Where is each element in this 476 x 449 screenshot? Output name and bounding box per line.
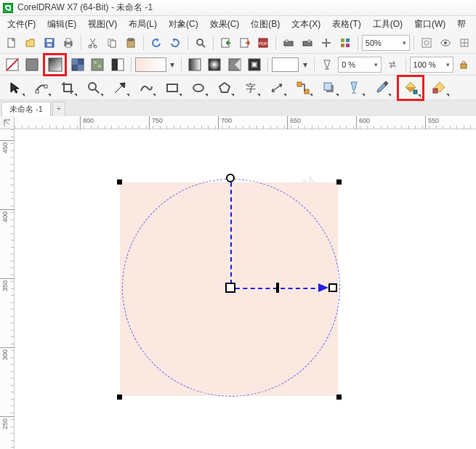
menu-object[interactable]: 对象(C) (164, 17, 203, 32)
menu-edit[interactable]: 编辑(E) (43, 17, 81, 32)
extra-button[interactable] (456, 34, 473, 52)
cut-button[interactable] (85, 34, 102, 52)
grad-conical-button[interactable] (225, 56, 243, 73)
menu-window[interactable]: 窗口(W) (410, 17, 450, 32)
sel-handle-tl[interactable] (117, 179, 122, 185)
svg-rect-21 (308, 40, 310, 42)
no-fill-button[interactable] (3, 56, 21, 73)
publish-pdf-button[interactable]: PDF (255, 34, 273, 52)
lock-icon[interactable] (455, 56, 473, 73)
pick-tool[interactable] (4, 78, 26, 98)
opacity-combo[interactable]: 0 % (338, 57, 382, 73)
snap1-button[interactable] (280, 34, 297, 52)
gradient-vert-line (230, 182, 232, 284)
svg-rect-27 (346, 44, 350, 47)
snap2-button[interactable] (299, 34, 316, 52)
menu-file[interactable]: 文件(F) (3, 17, 40, 32)
view-button[interactable] (437, 34, 454, 52)
standard-toolbar: PDF 50% (0, 32, 476, 54)
save-button[interactable] (41, 34, 58, 52)
svg-text:PDF: PDF (259, 41, 267, 46)
svg-rect-62 (414, 90, 417, 94)
interactive-fill-tool[interactable] (397, 75, 424, 101)
menu-help[interactable]: 帮 (453, 17, 470, 32)
svg-rect-12 (129, 39, 133, 41)
ruler-origin[interactable] (0, 116, 15, 129)
uniform-fill-button[interactable] (23, 56, 41, 73)
menu-table[interactable]: 表格(T) (328, 17, 365, 32)
svg-rect-38 (78, 65, 84, 70)
undo-button[interactable] (148, 34, 165, 52)
gradient-start-handle[interactable] (225, 283, 235, 293)
paste-button[interactable] (122, 34, 140, 52)
end-color-well[interactable] (272, 57, 299, 72)
sel-handle-tr[interactable] (336, 179, 342, 185)
search-button[interactable] (192, 34, 209, 52)
gradient-end-handle[interactable] (328, 283, 337, 292)
parallel-dim-tool[interactable] (266, 78, 288, 98)
ruler-vertical[interactable]: 450 400 350 300 250 (0, 129, 15, 449)
fountain-fill-button[interactable] (43, 53, 67, 76)
svg-text:字: 字 (246, 82, 256, 94)
svg-rect-25 (346, 39, 350, 42)
new-button[interactable] (3, 34, 20, 52)
print-button[interactable] (60, 34, 77, 52)
canvas[interactable]: 软件自学网 WWW.RJZXW.COM (15, 129, 476, 449)
open-button[interactable] (22, 34, 39, 52)
sel-handle-bl[interactable] (117, 395, 122, 400)
color-picker-dropdown[interactable]: ▾ (168, 56, 178, 73)
redo-button[interactable] (166, 34, 184, 52)
crop-tool[interactable] (57, 78, 78, 98)
swap-icon[interactable] (383, 56, 401, 73)
window-title: CorelDRAW X7 (64-Bit) - 未命名 -1 (17, 1, 153, 14)
transparency-tool[interactable] (344, 78, 366, 98)
shape-tool[interactable] (31, 78, 52, 98)
menu-layout[interactable]: 布局(L) (124, 17, 161, 32)
import-button[interactable] (217, 34, 235, 52)
snap-menu-button[interactable] (418, 34, 435, 52)
zoom-tool[interactable] (83, 78, 105, 98)
fill-color-well[interactable] (135, 57, 166, 72)
svg-rect-45 (209, 59, 220, 70)
svg-rect-35 (49, 58, 62, 71)
smart-draw-tool[interactable] (135, 78, 157, 98)
connector-tool[interactable] (292, 78, 314, 98)
options-button[interactable] (318, 34, 335, 52)
svg-rect-57 (297, 82, 302, 86)
pattern-fill-button[interactable] (68, 56, 86, 73)
menubar: 文件(F) 编辑(E) 视图(V) 布局(L) 对象(C) 效果(C) 位图(B… (0, 16, 476, 32)
svg-point-41 (98, 65, 101, 68)
svg-rect-50 (461, 64, 467, 68)
postscript-fill-button[interactable] (108, 56, 126, 73)
tab-add[interactable]: + (52, 102, 65, 116)
gradient-mid-handle[interactable] (276, 283, 279, 293)
menu-text[interactable]: 文本(X) (287, 17, 325, 32)
ellipse-tool[interactable] (187, 78, 209, 98)
gradient-top-handle[interactable] (226, 174, 235, 182)
freehand-tool[interactable] (109, 78, 131, 98)
percent-combo[interactable]: 100 % (410, 57, 453, 73)
menu-view[interactable]: 视图(V) (84, 17, 121, 32)
menu-tools[interactable]: 工具(O) (368, 17, 407, 32)
smart-fill-tool[interactable] (429, 78, 451, 98)
text-tool[interactable]: 字 (240, 78, 262, 98)
tab-document-1[interactable]: 未命名 -1 (1, 102, 51, 116)
menu-effects[interactable]: 效果(C) (206, 17, 244, 32)
rectangle-tool[interactable] (161, 78, 183, 98)
menu-bitmap[interactable]: 位图(B) (246, 17, 284, 32)
app-launcher-button[interactable] (336, 34, 354, 52)
zoom-combo[interactable]: 50% (362, 35, 411, 51)
grad-linear-button[interactable] (185, 56, 203, 73)
svg-rect-23 (326, 39, 327, 47)
ruler-horizontal[interactable]: 800 750 700 650 600 550 (15, 116, 476, 129)
grad-square-button[interactable] (246, 56, 264, 73)
copy-button[interactable] (103, 34, 121, 52)
export-button[interactable] (236, 34, 254, 52)
polygon-tool[interactable] (214, 78, 235, 98)
sel-handle-br[interactable] (336, 395, 342, 400)
drop-shadow-tool[interactable] (318, 78, 340, 98)
grad-radial-button[interactable] (206, 56, 224, 73)
color-eyedropper-tool[interactable] (371, 78, 392, 98)
end-color-dropdown[interactable]: ▾ (300, 56, 310, 73)
texture-fill-button[interactable] (89, 56, 107, 73)
